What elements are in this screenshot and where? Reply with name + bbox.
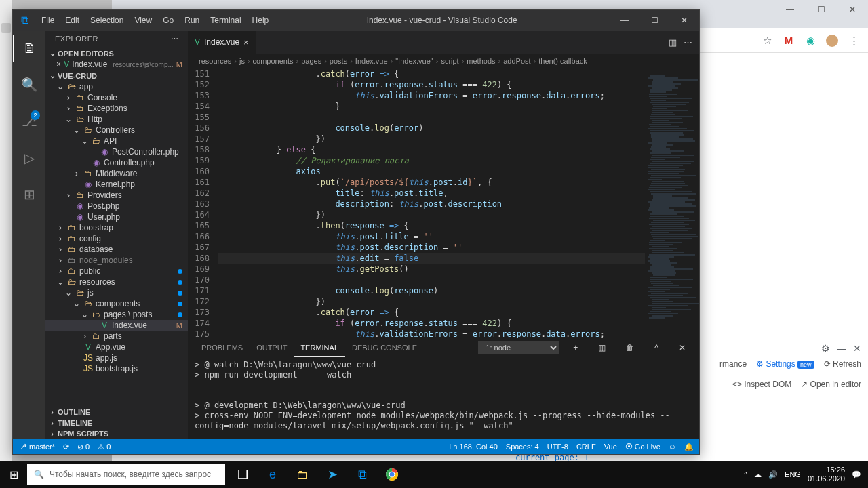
status-feedback-icon[interactable]: ☺: [669, 443, 676, 451]
edge-icon[interactable]: e: [258, 461, 288, 488]
outline-section[interactable]: ›OUTLINE: [45, 407, 188, 418]
kill-terminal-icon[interactable]: 🗑: [619, 339, 641, 357]
devtools-tab-performance[interactable]: rmance: [719, 359, 747, 369]
tree-item[interactable]: ⌄🗁pages \ posts: [45, 309, 188, 320]
tree-item[interactable]: ›🗀Middleware: [45, 168, 188, 179]
telegram-icon[interactable]: ➤: [317, 461, 347, 488]
timeline-section[interactable]: ›TIMELINE: [45, 418, 188, 428]
terminal-body[interactable]: > @ watch D:\Web\laragon\www\vue-crud > …: [188, 357, 699, 439]
tree-item[interactable]: VIndex.vueM: [45, 320, 188, 331]
activity-extensions-icon[interactable]: ⊞: [13, 181, 45, 208]
tree-item[interactable]: JSapp.js: [45, 352, 188, 363]
menu-selection[interactable]: Selection: [85, 12, 129, 29]
panel-tab-debug-console[interactable]: DEBUG CONSOLE: [345, 340, 424, 356]
minimap[interactable]: [645, 68, 699, 338]
status-language[interactable]: Vue: [604, 443, 617, 451]
tray-cloud-icon[interactable]: ☁: [754, 470, 762, 479]
npm-scripts-section[interactable]: ›NPM SCRIPTS: [45, 428, 188, 439]
tree-item[interactable]: ›🗀config: [45, 233, 188, 244]
editor-body[interactable]: 151 152 153 154 155 156 157 158 159 160 …: [188, 68, 699, 338]
tree-item[interactable]: ◉Controller.php: [45, 157, 188, 168]
tree-item[interactable]: JSbootstrap.js: [45, 363, 188, 374]
tree-item[interactable]: ⌄🗁components: [45, 298, 188, 309]
editor-tab[interactable]: V Index.vue ×: [188, 30, 256, 54]
status-branch[interactable]: ⎇ master*: [18, 443, 55, 451]
activity-debug-icon[interactable]: ▷: [13, 144, 45, 171]
vscode-minimize-button[interactable]: —: [610, 10, 639, 30]
tray-notifications-icon[interactable]: 💬: [852, 470, 861, 479]
tree-item[interactable]: ⌄🗁Http: [45, 114, 188, 125]
maximize-panel-icon[interactable]: ^: [648, 339, 665, 357]
tray-language[interactable]: ENG: [785, 470, 801, 479]
menu-help[interactable]: Help: [247, 12, 275, 29]
vscode-taskbar-icon[interactable]: ⧉: [347, 461, 377, 488]
open-editors-section[interactable]: ⌄OPEN EDITORS: [45, 47, 188, 59]
close-icon[interactable]: ×: [56, 60, 61, 69]
chrome-close-button[interactable]: ✕: [837, 0, 868, 20]
tree-item[interactable]: ›🗀database: [45, 244, 188, 255]
taskbar-search[interactable]: 🔍 Чтобы начать поиск, введите здесь запр…: [27, 464, 225, 485]
status-errors[interactable]: ⊘ 0: [77, 443, 90, 451]
tray-clock[interactable]: 15:26 01.06.2020: [808, 466, 845, 483]
tree-item[interactable]: ›🗀Console: [45, 92, 188, 103]
extension-icon[interactable]: ◉: [804, 35, 816, 47]
status-cursor-position[interactable]: Ln 168, Col 40: [449, 443, 498, 451]
devtools-open-editor[interactable]: ↗ Open in editor: [801, 380, 861, 389]
start-button[interactable]: ⊞: [0, 461, 27, 488]
status-sync-icon[interactable]: ⟳: [63, 443, 69, 451]
split-editor-icon[interactable]: ▥: [669, 37, 677, 47]
close-panel-icon[interactable]: ✕: [672, 339, 692, 357]
chrome-taskbar-icon[interactable]: [377, 461, 407, 488]
activity-search-icon[interactable]: 🔍: [13, 71, 45, 98]
devtools-tab-settings[interactable]: ⚙ Settings new: [756, 359, 814, 369]
split-terminal-icon[interactable]: ▥: [591, 339, 612, 357]
devtools-settings-icon[interactable]: ⚙: [821, 343, 830, 354]
code-content[interactable]: .catch(error => { if (error.response.sta…: [218, 68, 645, 338]
tree-item[interactable]: ›🗀public: [45, 266, 188, 277]
activity-scm-icon[interactable]: ⎇2: [13, 108, 45, 135]
menu-edit[interactable]: Edit: [60, 12, 85, 29]
tree-item[interactable]: VApp.vue: [45, 342, 188, 352]
menu-view[interactable]: View: [129, 12, 157, 29]
chrome-minimize-button[interactable]: —: [774, 0, 806, 20]
vscode-maximize-button[interactable]: ☐: [639, 10, 669, 30]
tree-item[interactable]: ›🗀Providers: [45, 190, 188, 201]
devtools-minimize-icon[interactable]: —: [837, 343, 846, 354]
editor-more-icon[interactable]: ⋯: [684, 37, 692, 47]
tree-item[interactable]: ◉User.php: [45, 211, 188, 222]
status-warnings[interactable]: ⚠ 0: [98, 443, 111, 451]
gmail-icon[interactable]: M: [783, 35, 795, 47]
bookmark-star-icon[interactable]: ☆: [761, 35, 773, 47]
project-section[interactable]: ⌄VUE-CRUD: [45, 70, 188, 81]
file-explorer-icon[interactable]: 🗀: [288, 461, 317, 488]
status-bell-icon[interactable]: 🔔: [684, 443, 694, 451]
tree-item[interactable]: ⌄🗁API: [45, 136, 188, 146]
tab-close-icon[interactable]: ×: [243, 37, 249, 47]
panel-tab-problems[interactable]: PROBLEMS: [195, 340, 250, 356]
tree-item[interactable]: ›🗀Exceptions: [45, 103, 188, 114]
menu-terminal[interactable]: Terminal: [205, 12, 246, 29]
open-editor-item[interactable]: × V Index.vue resources\js\comp... M: [45, 59, 188, 70]
chrome-maximize-button[interactable]: ☐: [806, 0, 837, 20]
menu-run[interactable]: Run: [179, 12, 205, 29]
menu-go[interactable]: Go: [157, 12, 179, 29]
chrome-menu-icon[interactable]: ⋮: [848, 35, 860, 47]
tree-item[interactable]: ⌄🗁Controllers: [45, 125, 188, 136]
tree-item[interactable]: ◉Post.php: [45, 201, 188, 211]
devtools-inspect-dom[interactable]: <> Inspect DOM: [732, 380, 791, 389]
tree-item[interactable]: ⌄🗁app: [45, 81, 188, 92]
devtools-refresh-button[interactable]: ⟳ Refresh: [824, 359, 861, 369]
tree-item[interactable]: ◉PostController.php: [45, 146, 188, 157]
vscode-close-button[interactable]: ✕: [669, 10, 699, 30]
terminal-selector[interactable]: 1: node: [478, 341, 559, 354]
status-eol[interactable]: CRLF: [576, 443, 596, 451]
devtools-close-icon[interactable]: ✕: [853, 343, 861, 354]
tree-item[interactable]: ⌄🗁js: [45, 287, 188, 298]
tree-item[interactable]: ⌄🗁resources: [45, 277, 188, 287]
panel-tab-output[interactable]: OUTPUT: [250, 340, 294, 356]
new-terminal-icon[interactable]: +: [566, 339, 585, 357]
breadcrumb[interactable]: resources › js › components › pages › po…: [188, 54, 699, 68]
menu-file[interactable]: File: [36, 12, 60, 29]
tree-item[interactable]: ›🗀parts: [45, 331, 188, 342]
tree-item[interactable]: ›🗀node_modules: [45, 255, 188, 266]
